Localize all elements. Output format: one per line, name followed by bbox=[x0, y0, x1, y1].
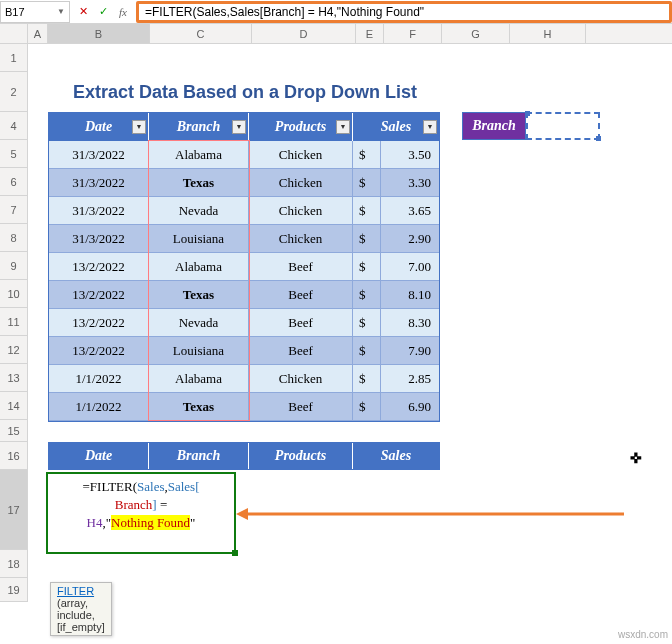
row-header-4[interactable]: 4 bbox=[0, 112, 28, 140]
cell-products[interactable]: Chicken bbox=[249, 141, 353, 169]
cell-branch[interactable]: Alabama bbox=[149, 141, 249, 169]
table-row[interactable]: 31/3/2022LouisianaChicken$2.90 bbox=[49, 225, 439, 253]
cell-date[interactable]: 13/2/2022 bbox=[49, 253, 149, 281]
cell-currency[interactable]: $ bbox=[353, 365, 381, 393]
table-row[interactable]: 31/3/2022TexasChicken$3.30 bbox=[49, 169, 439, 197]
filter-icon[interactable]: ▼ bbox=[423, 120, 437, 134]
cell-date[interactable]: 31/3/2022 bbox=[49, 169, 149, 197]
cell-currency[interactable]: $ bbox=[353, 393, 381, 421]
row-header-7[interactable]: 7 bbox=[0, 196, 28, 224]
fx-button[interactable]: fx bbox=[114, 3, 132, 21]
name-box[interactable]: B17 ▼ bbox=[0, 1, 70, 23]
cell-products[interactable]: Chicken bbox=[249, 197, 353, 225]
table-row[interactable]: 31/3/2022AlabamaChicken$3.50 bbox=[49, 141, 439, 169]
row-header-11[interactable]: 11 bbox=[0, 308, 28, 336]
row-header-8[interactable]: 8 bbox=[0, 224, 28, 252]
cell-date[interactable]: 1/1/2022 bbox=[49, 393, 149, 421]
cell-currency[interactable]: $ bbox=[353, 337, 381, 365]
col-header-C[interactable]: C bbox=[150, 24, 252, 43]
row-header-2[interactable]: 2 bbox=[0, 72, 28, 112]
cell-products[interactable]: Beef bbox=[249, 309, 353, 337]
header-branch[interactable]: Branch▼ bbox=[149, 113, 249, 141]
cell-products[interactable]: Beef bbox=[249, 281, 353, 309]
table-row[interactable]: 1/1/2022AlabamaChicken$2.85 bbox=[49, 365, 439, 393]
row-header-13[interactable]: 13 bbox=[0, 364, 28, 392]
cell-branch[interactable]: Texas bbox=[149, 169, 249, 197]
row-header-6[interactable]: 6 bbox=[0, 168, 28, 196]
cell-value[interactable]: 6.90 bbox=[381, 393, 439, 421]
col-header-E[interactable]: E bbox=[356, 24, 384, 43]
cell-currency[interactable]: $ bbox=[353, 253, 381, 281]
cell-currency[interactable]: $ bbox=[353, 169, 381, 197]
cell-currency[interactable]: $ bbox=[353, 141, 381, 169]
cell-value[interactable]: 8.30 bbox=[381, 309, 439, 337]
accept-button[interactable]: ✓ bbox=[94, 3, 112, 21]
col-header-A[interactable]: A bbox=[28, 24, 48, 43]
row-header-14[interactable]: 14 bbox=[0, 392, 28, 420]
col-header-G[interactable]: G bbox=[442, 24, 510, 43]
cell-products[interactable]: Beef bbox=[249, 253, 353, 281]
row-header-19[interactable]: 19 bbox=[0, 578, 28, 602]
row-header-1[interactable]: 1 bbox=[0, 44, 28, 72]
filter-icon[interactable]: ▼ bbox=[336, 120, 350, 134]
cell-products[interactable]: Chicken bbox=[249, 169, 353, 197]
branch-dropdown-cell[interactable] bbox=[526, 112, 600, 140]
cell-products[interactable]: Chicken bbox=[249, 365, 353, 393]
row-header-17[interactable]: 17 bbox=[0, 470, 28, 550]
col-header-B[interactable]: B bbox=[48, 24, 150, 43]
cell-branch[interactable]: Nevada bbox=[149, 197, 249, 225]
cell-branch[interactable]: Louisiana bbox=[149, 337, 249, 365]
row-header-15[interactable]: 15 bbox=[0, 420, 28, 442]
header-products[interactable]: Products▼ bbox=[249, 113, 353, 141]
cancel-button[interactable]: ✕ bbox=[74, 3, 92, 21]
cell-value[interactable]: 2.90 bbox=[381, 225, 439, 253]
select-all-corner[interactable] bbox=[0, 24, 28, 43]
row-header-18[interactable]: 18 bbox=[0, 550, 28, 578]
table-row[interactable]: 13/2/2022LouisianaBeef$7.90 bbox=[49, 337, 439, 365]
cell-date[interactable]: 13/2/2022 bbox=[49, 281, 149, 309]
cell-currency[interactable]: $ bbox=[353, 309, 381, 337]
row-header-9[interactable]: 9 bbox=[0, 252, 28, 280]
cell-date[interactable]: 31/3/2022 bbox=[49, 141, 149, 169]
cell-branch[interactable]: Nevada bbox=[149, 309, 249, 337]
function-tooltip[interactable]: FILTER (array, include, [if_empty] bbox=[50, 582, 112, 636]
grid-area[interactable]: Extract Data Based on a Drop Down List D… bbox=[28, 44, 672, 602]
cell-branch[interactable]: Texas bbox=[149, 281, 249, 309]
header-date[interactable]: Date▼ bbox=[49, 113, 149, 141]
cell-value[interactable]: 8.10 bbox=[381, 281, 439, 309]
cell-value[interactable]: 3.50 bbox=[381, 141, 439, 169]
table-row[interactable]: 31/3/2022NevadaChicken$3.65 bbox=[49, 197, 439, 225]
filter-icon[interactable]: ▼ bbox=[132, 120, 146, 134]
cell-branch[interactable]: Louisiana bbox=[149, 225, 249, 253]
row-header-5[interactable]: 5 bbox=[0, 140, 28, 168]
cell-date[interactable]: 13/2/2022 bbox=[49, 309, 149, 337]
cell-value[interactable]: 3.30 bbox=[381, 169, 439, 197]
header-sales[interactable]: Sales▼ bbox=[353, 113, 439, 141]
cell-currency[interactable]: $ bbox=[353, 197, 381, 225]
row-header-10[interactable]: 10 bbox=[0, 280, 28, 308]
cell-currency[interactable]: $ bbox=[353, 225, 381, 253]
cell-branch[interactable]: Alabama bbox=[149, 253, 249, 281]
cell-date[interactable]: 13/2/2022 bbox=[49, 337, 149, 365]
col-header-F[interactable]: F bbox=[384, 24, 442, 43]
row-header-12[interactable]: 12 bbox=[0, 336, 28, 364]
table-row[interactable]: 13/2/2022AlabamaBeef$7.00 bbox=[49, 253, 439, 281]
cell-value[interactable]: 3.65 bbox=[381, 197, 439, 225]
formula-input[interactable]: =FILTER(Sales,Sales[Branch] = H4,"Nothin… bbox=[136, 1, 672, 23]
col-header-H[interactable]: H bbox=[510, 24, 586, 43]
cell-date[interactable]: 31/3/2022 bbox=[49, 197, 149, 225]
table-row[interactable]: 13/2/2022TexasBeef$8.10 bbox=[49, 281, 439, 309]
cell-branch[interactable]: Alabama bbox=[149, 365, 249, 393]
cell-products[interactable]: Beef bbox=[249, 393, 353, 421]
cell-currency[interactable]: $ bbox=[353, 281, 381, 309]
table-row[interactable]: 13/2/2022NevadaBeef$8.30 bbox=[49, 309, 439, 337]
name-box-dropdown-icon[interactable]: ▼ bbox=[57, 7, 65, 16]
cell-value[interactable]: 2.85 bbox=[381, 365, 439, 393]
cell-value[interactable]: 7.90 bbox=[381, 337, 439, 365]
cell-date[interactable]: 31/3/2022 bbox=[49, 225, 149, 253]
cell-products[interactable]: Beef bbox=[249, 337, 353, 365]
table-row[interactable]: 1/1/2022TexasBeef$6.90 bbox=[49, 393, 439, 421]
tooltip-fn[interactable]: FILTER bbox=[57, 585, 94, 597]
cell-value[interactable]: 7.00 bbox=[381, 253, 439, 281]
col-header-D[interactable]: D bbox=[252, 24, 356, 43]
